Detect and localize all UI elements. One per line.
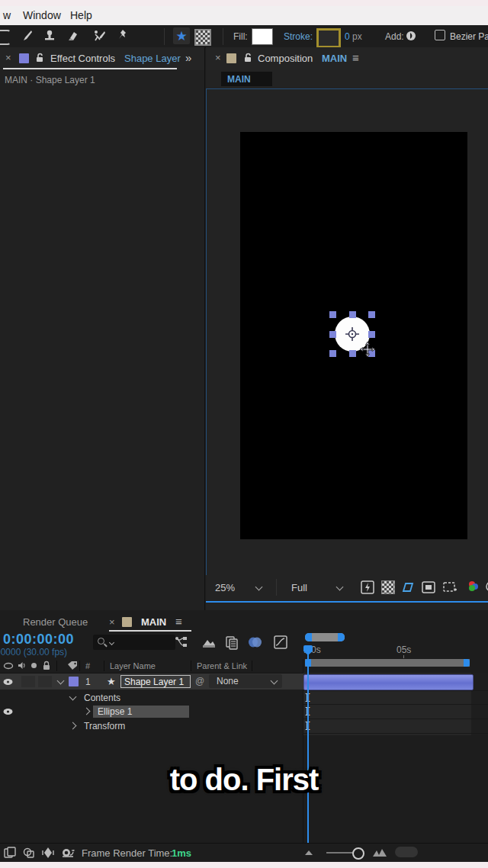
property-row-ellipse[interactable]: Ellipse 1 I [0,705,488,719]
menu-item-partial[interactable]: w [3,9,11,21]
menu-item-help[interactable]: Help [70,9,92,21]
star-shape-tool-icon[interactable]: ★ [173,27,190,44]
bezier-checkbox[interactable] [435,30,445,40]
timeline-zoom-scrollbar[interactable] [305,633,345,641]
eraser-tool-icon[interactable] [66,29,79,43]
layer-color-swatch[interactable] [19,53,29,63]
active-panel-border [206,601,488,603]
render-queue-tab[interactable]: Render Queue [23,616,88,628]
frame-blending-icon[interactable] [224,635,239,650]
selection-handle[interactable] [329,350,336,357]
layer-name-box[interactable]: Shape Layer 1 [120,675,191,688]
graph-editor-icon[interactable] [273,635,288,650]
unlock-icon[interactable] [243,53,252,63]
column-parent-link[interactable]: Parent & Link [197,661,247,670]
playhead-line[interactable] [307,647,309,843]
work-area-end-handle[interactable] [464,659,470,667]
video-eye-icon[interactable] [2,707,14,716]
close-icon[interactable]: × [215,52,221,63]
layer-duration-bar[interactable] [303,674,474,690]
pick-whip-icon[interactable]: @ [195,676,204,686]
panel-overflow-icon[interactable]: » [185,51,191,64]
switch-cell[interactable] [38,676,52,687]
partial-tool-icon[interactable] [0,30,11,45]
fill-swatch[interactable] [252,28,273,45]
mini-flowchart-icon[interactable] [174,635,189,649]
puppet-pin-tool-icon[interactable] [92,29,107,43]
column-hash[interactable]: # [85,661,90,670]
chevron-down-icon[interactable] [69,693,77,701]
panel-target-layer[interactable]: Shape Layer [124,53,181,64]
unlock-icon[interactable] [35,53,44,63]
time-ruler[interactable]: :00s 05s [303,642,488,657]
chevron-right-icon[interactable] [69,722,77,730]
comp-color-swatch[interactable] [226,53,236,63]
transparency-grid-icon[interactable] [381,580,395,594]
selection-handle[interactable] [329,311,336,318]
zoom-handle-right[interactable] [338,633,345,641]
pattern-tool-icon[interactable] [194,29,211,46]
resolution-dropdown[interactable]: Full [282,578,351,596]
property-highlight-box[interactable]: Ellipse 1 [93,706,189,718]
viewer-tab-main[interactable]: MAIN [221,72,272,86]
layer-row[interactable]: 1 ★ Shape Layer 1 @ None [0,674,303,690]
move-cursor-icon [358,340,377,358]
guides-icon[interactable] [422,580,435,594]
effect-controls-tab[interactable]: × Effect Controls Shape Layer » [0,47,204,70]
work-area-bar[interactable] [305,659,470,667]
property-row-contents[interactable]: Contents I [0,691,488,705]
brush-tool-icon[interactable] [20,29,34,43]
magnification-value: 25% [215,582,235,593]
layer-label-swatch[interactable] [69,677,79,686]
exposure-icon-partial[interactable] [483,580,488,593]
selection-handle[interactable] [349,311,356,318]
blend-toggle-icon[interactable] [23,847,35,859]
timeline-tab-main[interactable]: MAIN [141,616,166,628]
timeline-zoom-knob[interactable] [352,847,364,860]
property-label: Transform [84,721,125,731]
snail-icon[interactable] [61,847,75,859]
selection-handle[interactable] [329,331,336,338]
anchor-point-icon[interactable] [345,326,360,342]
motion-blur-icon[interactable] [247,635,264,649]
panel-menu-icon[interactable]: ≡ [175,615,182,628]
draft-3d-icon[interactable] [201,635,217,650]
panel-target-comp[interactable]: MAIN [322,53,347,64]
close-icon[interactable]: × [109,616,115,628]
current-timecode[interactable]: 0:00:00:00 [3,632,74,648]
stroke-width-value[interactable]: 0 [345,31,350,42]
composition-tab[interactable]: × Composition MAIN ≡ [206,47,488,70]
fast-previews-icon[interactable] [361,580,374,594]
selection-handle[interactable] [368,331,375,338]
region-of-interest-icon[interactable] [442,580,458,594]
search-input[interactable] [93,635,175,650]
effect-controls-panel: × Effect Controls Shape Layer » MAIN · S… [0,47,205,610]
magnification-dropdown[interactable]: 25% [209,578,270,596]
resolution-value: Full [291,582,307,593]
video-eye-icon[interactable] [2,677,14,686]
menu-item-window[interactable]: Window [23,9,61,21]
frame-blend-toggle-icon[interactable] [4,847,16,859]
close-icon[interactable]: × [5,52,11,63]
layer-expand-chevron-icon[interactable] [57,677,65,685]
row-separator [303,719,488,719]
column-layer-name[interactable]: Layer Name [110,661,156,670]
motion-blur-toggle-icon[interactable] [42,847,54,859]
channel-icon[interactable] [467,580,480,593]
add-menu-icon[interactable] [406,31,416,41]
zoom-handle-left[interactable] [305,633,312,641]
stroke-swatch[interactable] [316,28,341,48]
panel-menu-icon[interactable]: ≡ [352,51,359,64]
zoom-in-mountain-icon[interactable] [372,847,387,858]
selection-handle[interactable] [368,311,375,318]
parent-dropdown[interactable]: None [209,674,282,688]
pin-tool-icon[interactable] [116,28,130,43]
mask-visibility-icon[interactable] [400,580,416,594]
clone-stamp-tool-icon[interactable] [43,29,56,43]
chevron-right-icon[interactable] [83,708,91,715]
toggle-pill[interactable] [395,847,418,857]
property-row-transform[interactable]: Transform I [0,719,488,733]
zoom-out-mountain-icon[interactable] [303,849,314,857]
selection-handle[interactable] [349,350,356,357]
switch-cell[interactable] [21,676,35,687]
